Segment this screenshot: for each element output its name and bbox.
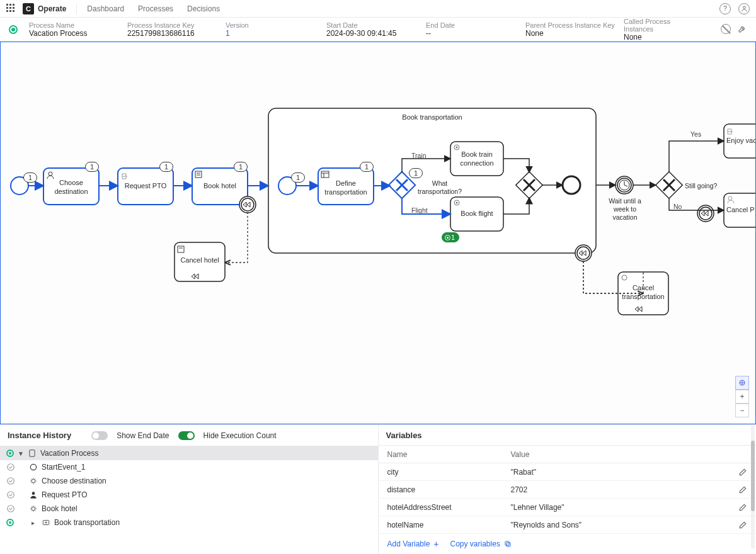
zoom-reset-button[interactable]: [735, 376, 749, 390]
toggle-hide-exec-count[interactable]: [178, 431, 195, 440]
variable-value: "Rabat": [511, 468, 739, 477]
status-done-icon: [6, 504, 15, 513]
variable-row[interactable]: hotelName"Reynolds and Sons": [379, 516, 757, 534]
history-row-choose[interactable]: Choose destination: [0, 474, 378, 488]
history-row-root[interactable]: ▼ Vacation Process: [0, 446, 378, 460]
help-icon[interactable]: ?: [719, 3, 731, 14]
label-cancel-transportation: Cancel transportation: [618, 284, 668, 302]
edge-label-train: Train: [411, 152, 427, 159]
badge-gateway: 1: [409, 168, 423, 178]
status-running-icon: [6, 519, 14, 526]
zoom-out-button[interactable]: −: [735, 404, 749, 417]
add-variable-button[interactable]: Add Variable+: [387, 539, 439, 549]
badge-define: 1: [360, 162, 374, 172]
value-parent-key: None: [525, 29, 624, 38]
start-event-icon: [29, 463, 38, 472]
nav-processes[interactable]: Processes: [138, 4, 173, 13]
history-row-hotel[interactable]: Book hotel: [0, 502, 378, 516]
variable-value: "Lehner Village": [511, 503, 739, 512]
svg-point-43: [32, 507, 35, 511]
svg-point-0: [743, 6, 745, 9]
process-icon: [28, 449, 37, 458]
variable-name: hotelName: [387, 521, 511, 529]
history-label: Book transportation: [54, 518, 120, 527]
variable-value: 2702: [511, 485, 739, 494]
history-label: Choose destination: [42, 477, 106, 485]
cancel-instance-icon[interactable]: [721, 24, 731, 34]
brand-logo: C: [23, 3, 34, 14]
label-cancel-hotel: Cancel hotel: [175, 256, 225, 265]
label-enjoy-vac: Enjoy vac: [726, 137, 756, 145]
badge-request: 1: [159, 162, 173, 172]
caret-collapse-icon[interactable]: ▼: [18, 450, 24, 457]
label-process-name: Process Name: [29, 21, 127, 29]
compensation-boundary-subprocess[interactable]: [575, 245, 592, 261]
label-wait-week: Wait until a week to vacation: [600, 197, 650, 222]
value-called-instances: None: [624, 33, 699, 42]
history-label: Book hotel: [42, 504, 77, 513]
label-show-end-date: Show End Date: [117, 431, 169, 440]
scrollbar-thumb[interactable]: [751, 441, 755, 511]
variable-row[interactable]: city"Rabat": [379, 463, 757, 481]
gear-icon: [29, 477, 38, 485]
history-label: StartEvent_1: [42, 463, 85, 472]
label-still-going: Still going?: [685, 182, 723, 190]
label-instance-key: Process Instance Key: [127, 21, 226, 29]
user-icon[interactable]: [738, 3, 750, 14]
edit-icon[interactable]: [738, 485, 747, 494]
svg-rect-48: [505, 541, 509, 545]
edit-icon[interactable]: [738, 521, 747, 529]
svg-point-36: [8, 464, 14, 471]
variables-col-name: Name: [387, 450, 511, 459]
badge-flight-active: 1: [442, 232, 459, 242]
label-define-transportation: Define transportation: [318, 179, 374, 197]
caret-expand-icon[interactable]: ▸: [32, 519, 38, 526]
status-done-icon: [6, 490, 15, 499]
edit-icon[interactable]: [738, 503, 747, 512]
value-process-name: Vacation Process: [29, 29, 127, 38]
badge-start: 1: [23, 172, 37, 183]
gear-icon: [29, 504, 38, 513]
history-row-transport[interactable]: ▸ Book transportation: [0, 516, 378, 529]
instance-status-active-icon: [9, 25, 18, 34]
value-end-date: --: [426, 29, 525, 38]
navbar-divider: [76, 4, 77, 14]
label-subprocess: Book transportation: [385, 113, 479, 122]
variable-row[interactable]: hotelAddressStreet"Lehner Village": [379, 499, 757, 516]
bpmn-diagram-canvas[interactable]: Choose destination Request PTO Book hote…: [0, 42, 756, 424]
label-request-pto: Request PTO: [118, 182, 173, 191]
label-parent-key: Parent Process Instance Key: [525, 21, 624, 29]
label-cancel-p: Cancel P: [726, 206, 756, 215]
edge-label-flight: Flight: [411, 206, 428, 214]
status-done-icon: [6, 477, 15, 485]
history-row-start[interactable]: StartEvent_1: [0, 460, 378, 474]
instance-history-title: Instance History: [8, 431, 71, 440]
variable-row[interactable]: distance2702: [379, 481, 757, 499]
history-row-request[interactable]: Request PTO: [0, 488, 378, 502]
zoom-in-button[interactable]: +: [735, 390, 749, 404]
copy-variables-button[interactable]: Copy variables: [450, 539, 512, 549]
label-book-flight: Book flight: [450, 210, 503, 218]
compensation-boundary-hotel[interactable]: [239, 196, 256, 213]
compensation-boundary-cancel[interactable]: [697, 205, 714, 222]
svg-point-37: [30, 464, 36, 470]
label-book-train: Book train connection: [450, 150, 503, 168]
label-end-date: End Date: [426, 21, 525, 29]
apps-switcher-icon[interactable]: [6, 4, 16, 14]
nav-decisions[interactable]: Decisions: [187, 4, 220, 13]
edit-icon[interactable]: [738, 468, 747, 477]
value-version[interactable]: 1: [226, 29, 326, 38]
variable-value: "Reynolds and Sons": [511, 521, 739, 529]
svg-point-12: [456, 202, 458, 204]
label-choose-destination: Choose destination: [43, 179, 100, 196]
modify-instance-icon[interactable]: [737, 24, 747, 34]
subprocess-end-event[interactable]: [563, 176, 580, 194]
svg-point-40: [8, 492, 14, 499]
history-label: Request PTO: [42, 490, 87, 499]
nav-dashboard[interactable]: Dashboard: [87, 4, 124, 13]
badge-sub-start: 1: [291, 172, 305, 183]
history-label: Vacation Process: [40, 449, 99, 458]
variable-name: distance: [387, 485, 511, 494]
toggle-show-end-date[interactable]: [91, 431, 108, 440]
label-version: Version: [226, 21, 326, 29]
